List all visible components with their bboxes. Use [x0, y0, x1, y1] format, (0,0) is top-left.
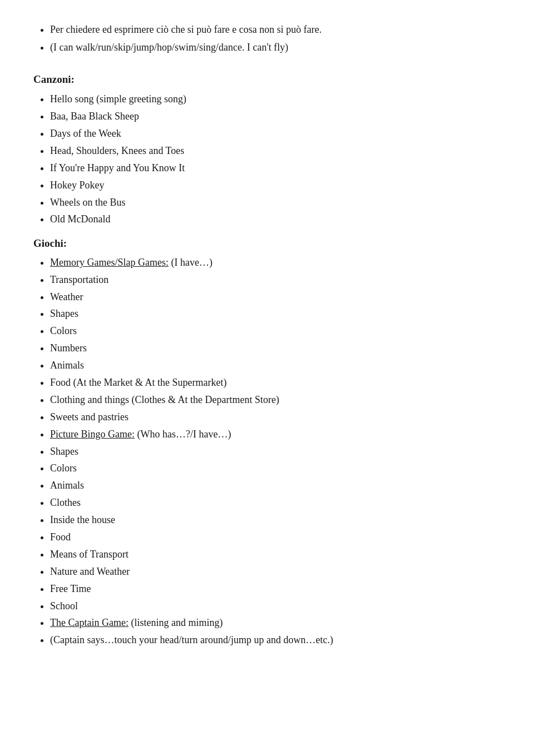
canzoni-item: Hokey Pokey — [50, 178, 501, 193]
memory-games-detail: (I have…) — [169, 257, 212, 268]
bingo-game-item: Picture Bingo Game: (Who has…?/I have…) — [50, 427, 501, 442]
intro-bullet-1: Per chiedere ed esprimere ciò che si può… — [50, 22, 501, 38]
memory-games-label: Memory Games/Slap Games: — [50, 257, 169, 268]
canzoni-item: Old McDonald — [50, 212, 501, 227]
memory-sub-item: Numbers — [50, 341, 501, 356]
memory-sub-item: Transportation — [50, 272, 501, 288]
memory-sub-item: Food (At the Market & At the Supermarket… — [50, 375, 501, 391]
bingo-sub-item: Animals — [50, 478, 501, 494]
captain-game-footer: (Captain says…touch your head/turn aroun… — [50, 633, 501, 648]
memory-sub-item: Weather — [50, 290, 501, 305]
bingo-sub-item: Shapes — [50, 444, 501, 460]
giochi-list: Memory Games/Slap Games: (I have…)Transp… — [33, 255, 501, 648]
bingo-sub-item: Means of Transport — [50, 547, 501, 563]
memory-sub-item: Animals — [50, 358, 501, 374]
canzoni-list: Hello song (simple greeting song)Baa, Ba… — [33, 92, 501, 227]
bingo-sub-item: School — [50, 599, 501, 614]
bingo-sub-item: Inside the house — [50, 513, 501, 528]
bingo-game-label: Picture Bingo Game: — [50, 429, 135, 440]
canzoni-item: Baa, Baa Black Sheep — [50, 109, 501, 125]
bingo-sub-item: Colors — [50, 461, 501, 476]
canzoni-item: Wheels on the Bus — [50, 195, 501, 211]
memory-games-item: Memory Games/Slap Games: (I have…) — [50, 255, 501, 271]
bingo-sub-item: Free Time — [50, 581, 501, 597]
memory-sub-item: Sweets and pastries — [50, 410, 501, 425]
captain-game-detail: (listening and miming) — [128, 617, 222, 628]
memory-sub-item: Clothing and things (Clothes & At the De… — [50, 392, 501, 408]
memory-sub-item: Shapes — [50, 306, 501, 322]
intro-bullet-list: Per chiedere ed esprimere ciò che si può… — [33, 22, 501, 56]
bingo-game-detail: (Who has…?/I have…) — [135, 429, 231, 440]
memory-sub-item: Colors — [50, 324, 501, 339]
intro-bullet-2: (I can walk/run/skip/jump/hop/swim/sing/… — [50, 40, 501, 56]
canzoni-item: Hello song (simple greeting song) — [50, 92, 501, 107]
canzoni-item: If You're Happy and You Know It — [50, 161, 501, 176]
canzoni-heading: Canzoni: — [33, 71, 501, 87]
bingo-sub-item: Food — [50, 530, 501, 545]
bingo-sub-item: Nature and Weather — [50, 564, 501, 580]
captain-game-label: The Captain Game: — [50, 617, 128, 628]
captain-game-item: The Captain Game: (listening and miming) — [50, 615, 501, 631]
giochi-heading: Giochi: — [33, 235, 501, 251]
canzoni-item: Days of the Week — [50, 126, 501, 142]
canzoni-item: Head, Shoulders, Knees and Toes — [50, 143, 501, 159]
bingo-sub-item: Clothes — [50, 495, 501, 511]
